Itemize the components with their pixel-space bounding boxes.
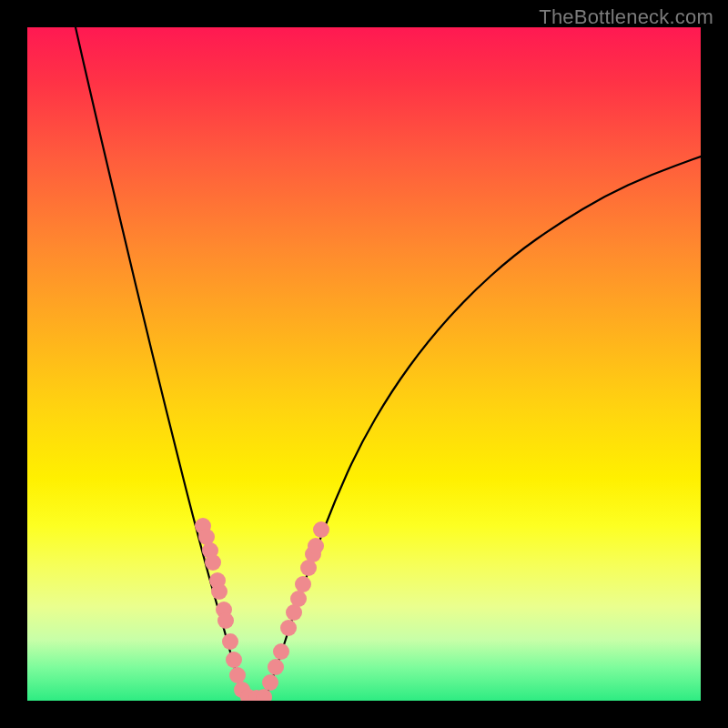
data-marker (262, 674, 278, 691)
data-marker (222, 633, 238, 650)
curve-layer (76, 27, 701, 701)
curve-left-branch (76, 27, 246, 701)
watermark-text: TheBottleneck.com (539, 5, 713, 29)
data-marker (217, 612, 234, 629)
data-marker (313, 521, 329, 538)
data-marker (226, 652, 242, 668)
data-marker (211, 583, 228, 600)
data-marker (205, 554, 221, 571)
data-marker (308, 538, 324, 554)
data-marker (273, 643, 289, 660)
curve-right-branch (264, 157, 701, 701)
chart-plot-area (27, 27, 701, 701)
data-marker (268, 659, 284, 675)
data-marker (290, 591, 307, 607)
chart-svg (27, 27, 701, 701)
data-marker (280, 620, 297, 636)
data-marker (229, 667, 246, 683)
data-marker (295, 576, 311, 592)
marker-layer (195, 518, 329, 701)
